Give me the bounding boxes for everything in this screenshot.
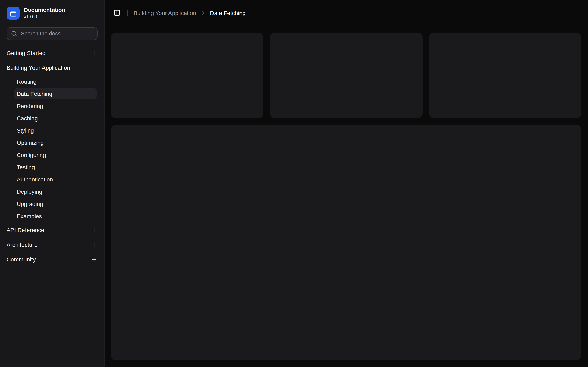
- brand-title: Documentation: [24, 7, 65, 13]
- page-content: [104, 26, 588, 367]
- sidebar-nav: Getting Started Building Your Applicatio…: [0, 47, 104, 367]
- search-container: [7, 27, 98, 40]
- placeholder-card: [429, 33, 581, 118]
- sidebar-sublist: Routing Data Fetching Rendering Caching …: [10, 76, 98, 222]
- sidebar-group-architecture[interactable]: Architecture: [3, 238, 101, 251]
- breadcrumb-current-page: Data Fetching: [210, 9, 246, 16]
- placeholder-card: [111, 33, 264, 118]
- placeholder-card-grid: [111, 33, 581, 118]
- sidebar-subitem-rendering[interactable]: Rendering: [14, 100, 97, 112]
- group-label: API Reference: [7, 227, 44, 233]
- plus-icon: [91, 256, 98, 263]
- sidebar-subitem-styling[interactable]: Styling: [14, 125, 97, 136]
- placeholder-panel: [111, 125, 581, 360]
- sidebar-subitem-deploying[interactable]: Deploying: [14, 186, 97, 197]
- brand-text: Documentation v1.0.0: [24, 7, 65, 20]
- brand-button[interactable]: Documentation v1.0.0: [5, 6, 99, 20]
- minus-icon: [91, 64, 98, 71]
- group-label: Getting Started: [7, 50, 45, 56]
- chevron-right-icon: [200, 10, 206, 16]
- sidebar-subitem-testing[interactable]: Testing: [14, 161, 97, 173]
- sidebar-subitem-configuring[interactable]: Configuring: [14, 149, 97, 161]
- breadcrumb: Building Your Application Data Fetching: [134, 9, 246, 16]
- sidebar-toggle-button[interactable]: [111, 7, 122, 18]
- top-header: Building Your Application Data Fetching: [104, 0, 588, 26]
- main-area: Building Your Application Data Fetching: [104, 0, 588, 367]
- group-label: Architecture: [7, 242, 38, 248]
- group-label: Building Your Application: [7, 64, 70, 71]
- brand-version: v1.0.0: [24, 14, 65, 20]
- search-input[interactable]: [7, 27, 98, 40]
- placeholder-card: [270, 33, 423, 118]
- plus-icon: [91, 226, 98, 234]
- plus-icon: [91, 50, 98, 57]
- sidebar-subitem-routing[interactable]: Routing: [14, 76, 97, 87]
- sidebar-subitem-caching[interactable]: Caching: [14, 113, 97, 124]
- gallery-vertical-end-icon: [7, 7, 20, 20]
- sidebar-subitem-optimizing[interactable]: Optimizing: [14, 137, 97, 149]
- sidebar-group-community[interactable]: Community: [3, 253, 101, 266]
- group-label: Community: [7, 256, 36, 263]
- breadcrumb-parent-link[interactable]: Building Your Application: [134, 9, 196, 16]
- header-separator: [127, 9, 128, 16]
- sidebar-subitem-examples[interactable]: Examples: [14, 210, 97, 222]
- sidebar-subitem-authentication[interactable]: Authentication: [14, 174, 97, 185]
- plus-icon: [91, 241, 98, 248]
- sidebar: Documentation v1.0.0 Getting Started Bui…: [0, 0, 104, 367]
- sidebar-subitem-data-fetching[interactable]: Data Fetching: [14, 88, 97, 100]
- sidebar-subitem-upgrading[interactable]: Upgrading: [14, 198, 97, 210]
- app-window: Documentation v1.0.0 Getting Started Bui…: [0, 0, 588, 367]
- sidebar-group-getting-started[interactable]: Getting Started: [3, 47, 101, 59]
- panel-left-icon: [113, 9, 120, 16]
- sidebar-group-api-reference[interactable]: API Reference: [3, 224, 101, 236]
- sidebar-group-building-your-application[interactable]: Building Your Application: [3, 61, 101, 74]
